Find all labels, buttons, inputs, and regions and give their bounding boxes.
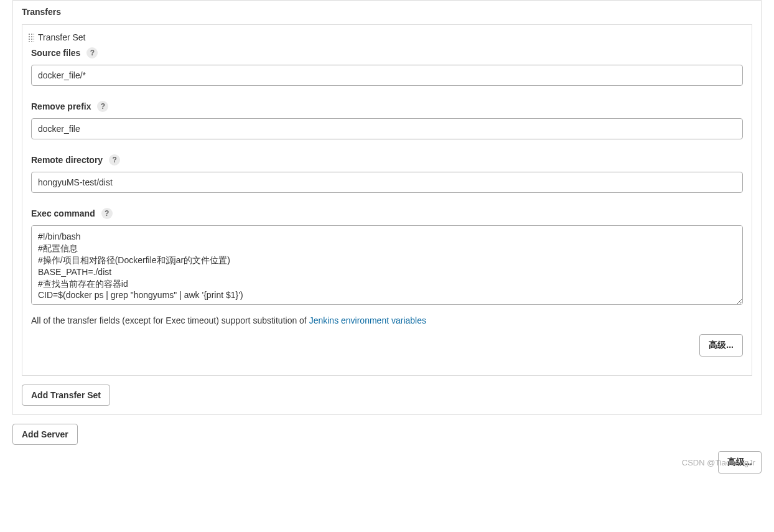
help-text-prefix: All of the transfer fields (except for E…	[31, 315, 309, 325]
help-icon[interactable]: ?	[101, 208, 113, 219]
remove-prefix-group: Remove prefix ?	[31, 101, 743, 139]
help-text: All of the transfer fields (except for E…	[31, 315, 743, 325]
transfer-set-header: Transfer Set	[31, 32, 743, 42]
help-icon[interactable]: ?	[109, 154, 120, 166]
transfer-set-label: Transfer Set	[38, 32, 86, 42]
exec-command-textarea[interactable]	[31, 225, 743, 305]
source-files-input[interactable]	[31, 65, 743, 86]
remote-directory-label: Remote directory	[31, 155, 103, 165]
source-files-label: Source files	[31, 48, 80, 58]
help-icon[interactable]: ?	[86, 47, 98, 58]
jenkins-env-vars-link[interactable]: Jenkins environment variables	[309, 315, 426, 325]
remote-directory-group: Remote directory ?	[31, 154, 743, 193]
bottom-advanced-button[interactable]: 高级...	[718, 451, 762, 474]
help-icon[interactable]: ?	[97, 101, 108, 112]
advanced-button[interactable]: 高级...	[699, 334, 743, 357]
exec-command-group: Exec command ?	[31, 208, 743, 307]
remove-prefix-label: Remove prefix	[31, 101, 91, 111]
transfer-set-panel: Transfer Set Source files ? Remove prefi…	[22, 24, 752, 376]
remote-directory-input[interactable]	[31, 172, 743, 193]
drag-handle-icon[interactable]	[28, 33, 34, 42]
add-server-button[interactable]: Add Server	[12, 424, 78, 445]
transfers-title: Transfers	[22, 7, 752, 17]
source-files-group: Source files ?	[31, 47, 743, 86]
transfers-panel: Transfers Transfer Set Source files ? Re…	[12, 0, 762, 415]
remove-prefix-input[interactable]	[31, 118, 743, 139]
add-transfer-set-button[interactable]: Add Transfer Set	[22, 385, 110, 406]
exec-command-label: Exec command	[31, 208, 95, 218]
